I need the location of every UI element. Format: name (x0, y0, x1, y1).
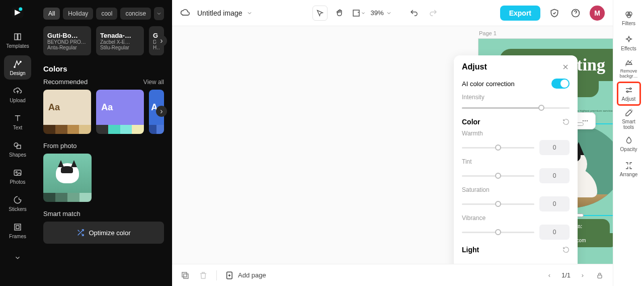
chevron-down-icon (247, 10, 253, 16)
tool-more[interactable] (4, 246, 31, 270)
rail-label: Remove backgr… (617, 69, 641, 79)
lock-button[interactable] (595, 270, 605, 280)
rail-effects[interactable]: Effects (617, 31, 641, 55)
add-page-icon (225, 271, 234, 280)
resize-dropdown[interactable] (352, 6, 366, 20)
rail-adjust[interactable]: Adjust (617, 82, 641, 106)
rail-arrange[interactable]: Arrange (617, 157, 641, 181)
undo-button[interactable] (407, 6, 421, 20)
svg-point-9 (16, 171, 17, 173)
optimize-color-button[interactable]: Optimize color (43, 222, 164, 244)
add-page-label: Add page (238, 271, 266, 279)
view-all-link[interactable]: View all (143, 79, 164, 86)
colors-heading: Colors (43, 64, 164, 73)
remove-bg-icon (624, 58, 633, 67)
add-page-button[interactable]: Add page (225, 271, 266, 280)
shield-icon[interactable] (547, 6, 561, 20)
smart-tools-icon (624, 108, 633, 117)
effects-icon (624, 35, 633, 44)
tool-shapes[interactable]: Shapes (4, 137, 31, 161)
photos-icon (13, 168, 22, 177)
next-page-button[interactable]: › (578, 270, 588, 280)
tool-label: Design (10, 70, 25, 76)
saturation-slider[interactable] (462, 200, 534, 208)
recommended-label: Recommended (43, 78, 88, 86)
svg-point-5 (20, 61, 21, 62)
color-section-label: Color (462, 118, 480, 126)
svg-point-4 (14, 66, 15, 67)
light-section-label: Light (462, 246, 479, 254)
delete-button[interactable] (198, 270, 208, 280)
tool-text[interactable]: Text (4, 110, 31, 134)
hand-tool-button[interactable] (333, 6, 347, 20)
reset-color-button[interactable] (562, 118, 570, 125)
font-sub: BEYOND PRO… (47, 39, 87, 45)
font-sub: Anta-Regular (47, 45, 87, 50)
select-tool-button[interactable] (312, 6, 328, 21)
ai-correction-toggle[interactable] (551, 79, 570, 89)
doc-title-text: Untitled image (197, 9, 243, 17)
tool-label: Upload (10, 98, 26, 103)
tint-value[interactable]: 0 (539, 168, 570, 183)
tool-stickers[interactable]: Stickers (4, 191, 31, 216)
font-card[interactable]: Tenada-… Zacbel X-E… Stilu-Regular (96, 26, 144, 55)
tool-design[interactable]: Design (4, 55, 31, 80)
rail-filters[interactable]: Filters (617, 6, 641, 30)
tool-label: Photos (10, 179, 25, 185)
tint-slider[interactable] (462, 172, 534, 180)
swatch-scroll-right[interactable]: › (156, 106, 167, 117)
export-button[interactable]: Export (500, 6, 540, 21)
cloud-icon[interactable] (180, 8, 190, 18)
swatch-text: Aa (101, 102, 113, 113)
intensity-slider[interactable] (462, 104, 570, 112)
app-logo[interactable] (10, 5, 25, 20)
doc-title[interactable]: Untitled image (197, 9, 253, 17)
intensity-label: Intensity (462, 94, 485, 101)
page-label: Page 1 (479, 30, 497, 36)
help-icon[interactable] (569, 6, 583, 20)
tool-frames[interactable]: Frames (4, 219, 31, 243)
vibrance-value[interactable]: 0 (539, 225, 570, 240)
page-counter: 1/1 (561, 271, 571, 279)
tool-label: Frames (9, 234, 26, 239)
avatar[interactable]: M (590, 6, 605, 21)
rail-smart-tools[interactable]: Smart tools (617, 107, 641, 131)
rail-opacity[interactable]: Opacity (617, 132, 641, 156)
warmth-value[interactable]: 0 (539, 140, 570, 155)
tag-dropdown[interactable] (154, 7, 164, 20)
font-card[interactable]: Guti-Bo… BEYOND PRO… Anta-Regular (43, 26, 91, 55)
warmth-slider[interactable] (462, 144, 534, 152)
svg-rect-10 (15, 224, 21, 230)
templates-icon (13, 32, 22, 41)
redo-button[interactable] (426, 6, 440, 20)
rail-remove-bg[interactable]: Remove backgr… (617, 56, 641, 81)
prev-page-button[interactable]: ‹ (544, 270, 554, 280)
svg-point-27 (626, 91, 628, 93)
swatch-card[interactable]: Aa (96, 90, 144, 134)
frames-icon (13, 223, 22, 232)
stickers-icon (13, 195, 22, 204)
ai-correction-label: AI color correction (462, 80, 515, 88)
vibrance-slider[interactable] (462, 228, 534, 236)
tool-templates[interactable]: Templates (4, 28, 31, 52)
tag-cool[interactable]: cool (96, 8, 117, 20)
rail-label: Arrange (620, 172, 638, 177)
shuffle-icon (76, 229, 85, 237)
tool-photos[interactable]: Photos (4, 164, 31, 188)
tint-label: Tint (462, 158, 472, 165)
swatch-card[interactable]: Aa (43, 90, 91, 134)
rail-label: Adjust (622, 96, 636, 102)
tag-concise[interactable]: concise (120, 8, 151, 20)
saturation-value[interactable]: 0 (539, 196, 570, 211)
layers-button[interactable] (180, 270, 190, 280)
upload-icon (13, 87, 22, 96)
font-sub: Zacbel X-E… (100, 39, 140, 45)
photo-swatch-card[interactable] (43, 154, 92, 202)
zoom-dropdown[interactable]: 39% (371, 9, 392, 17)
tag-holiday[interactable]: Holiday (63, 8, 93, 20)
tool-upload[interactable]: Upload (4, 83, 31, 107)
tag-all[interactable]: All (43, 8, 60, 20)
reset-light-button[interactable] (562, 246, 570, 253)
fonts-scroll-right[interactable]: › (156, 35, 167, 46)
close-icon[interactable] (561, 63, 570, 71)
